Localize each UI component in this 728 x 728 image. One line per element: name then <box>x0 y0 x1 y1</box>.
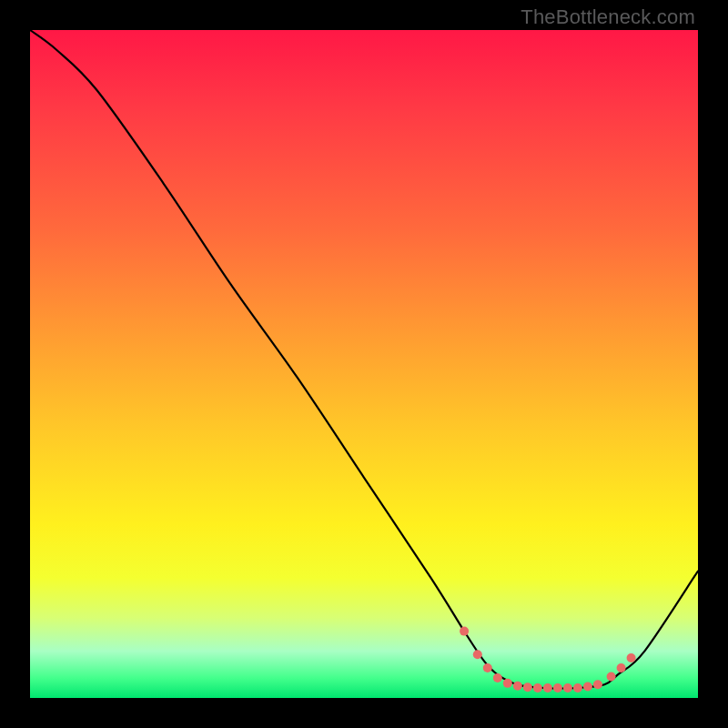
trough-marker-dot <box>483 663 492 672</box>
trough-marker-dot <box>493 673 502 682</box>
curve-path <box>30 30 698 688</box>
trough-marker-dot <box>627 653 636 662</box>
trough-marker-dot <box>553 683 562 693</box>
chart-frame: TheBottleneck.com <box>0 0 728 728</box>
trough-marker-dot <box>563 683 572 693</box>
trough-marker-dot <box>593 680 602 689</box>
watermark-text: TheBottleneck.com <box>521 5 695 29</box>
trough-marker-dot <box>503 679 512 688</box>
trough-marker-dot <box>533 683 542 693</box>
bottleneck-curve <box>30 30 698 698</box>
trough-marker-dot <box>523 682 532 692</box>
trough-marker-dot <box>513 682 522 691</box>
trough-marker-dot <box>460 627 469 636</box>
trough-marker-dot <box>543 683 552 693</box>
trough-marker-dot <box>607 672 616 682</box>
trough-marker-dot <box>583 682 592 692</box>
trough-marker-dot <box>617 663 626 672</box>
trough-marker-dot <box>473 650 482 659</box>
trough-marker-dot <box>573 683 582 693</box>
